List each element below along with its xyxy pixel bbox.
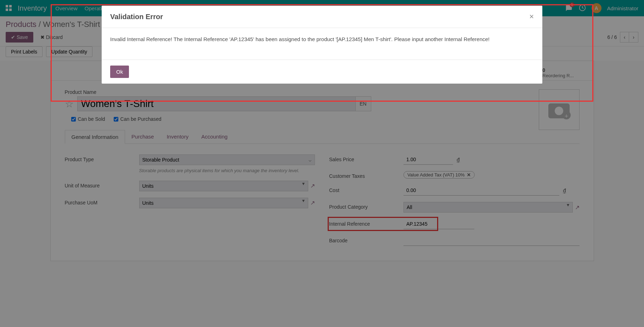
dialog-message: Invalid Internal Reference! The Internal… xyxy=(102,28,542,60)
close-icon[interactable]: × xyxy=(529,12,534,21)
dialog-title: Validation Error xyxy=(110,13,163,21)
ok-button[interactable]: Ok xyxy=(110,66,129,78)
validation-error-dialog: Validation Error × Invalid Internal Refe… xyxy=(102,6,542,84)
